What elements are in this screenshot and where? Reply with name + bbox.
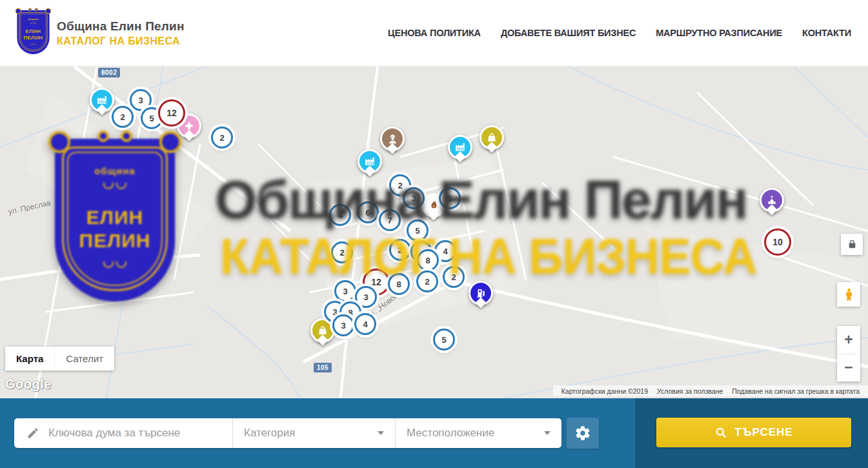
terms-link[interactable]: Условия за ползване bbox=[652, 387, 727, 395]
crest-top-text: община bbox=[28, 17, 39, 21]
site-title: Община Елин Пелин bbox=[57, 19, 185, 34]
municipality-crest-logo: община ЕЛИН ПЕЛИН bbox=[17, 10, 49, 54]
brand-text: Община Елин Пелин КАТАЛОГ НА БИЗНЕСА bbox=[57, 19, 185, 47]
cluster-marker[interactable]: 2 bbox=[331, 241, 353, 263]
location-select[interactable]: Местоположение bbox=[395, 418, 561, 448]
fuel-pump-icon bbox=[475, 287, 487, 299]
site-subtitle: КАТАЛОГ НА БИЗНЕСА bbox=[57, 36, 185, 47]
search-action-panel: ТЪРСЕНЕ bbox=[635, 398, 868, 468]
main-nav: ЦЕНОВА ПОЛИТИКАДОБАВЕТЕ ВАШИЯТ БИЗНЕСМАР… bbox=[388, 28, 851, 38]
nav-link-3[interactable]: МАРШРУТНО РАЗПИСАНИЕ bbox=[656, 28, 782, 38]
search-filters: Категория Местоположение bbox=[14, 418, 561, 448]
site-logo[interactable]: община ЕЛИН ПЕЛИН bbox=[14, 6, 49, 59]
map-tab[interactable]: Карта bbox=[5, 347, 54, 371]
cluster-marker[interactable]: 7 bbox=[379, 209, 401, 231]
cluster-marker[interactable]: 2 bbox=[112, 106, 134, 128]
chevron-down-icon bbox=[544, 431, 550, 435]
crest-ornament bbox=[35, 8, 38, 11]
report-error-link[interactable]: Подаване на сигнал за грешка в картата bbox=[727, 387, 864, 395]
shopping-bag-pin-marker[interactable] bbox=[479, 125, 504, 150]
cluster-marker[interactable]: 3 bbox=[334, 280, 356, 302]
crest-ornament bbox=[28, 8, 32, 11]
cluster-marker[interactable]: 2 bbox=[211, 127, 233, 148]
nav-link-2[interactable]: ДОБАВЕТЕ ВАШИЯТ БИЗНЕС bbox=[501, 28, 636, 38]
factory-icon bbox=[454, 141, 466, 153]
cluster-marker[interactable]: 5 bbox=[433, 329, 455, 351]
keyword-field[interactable] bbox=[14, 418, 232, 448]
search-icon bbox=[714, 426, 727, 439]
cluster-marker[interactable]: 2 bbox=[416, 270, 438, 292]
cluster-marker[interactable]: 6 bbox=[357, 201, 379, 223]
shopping-bag-icon bbox=[486, 132, 498, 143]
advanced-settings-button[interactable] bbox=[567, 418, 599, 449]
worker-pin-marker[interactable] bbox=[380, 127, 405, 151]
category-select[interactable]: Категория bbox=[232, 418, 395, 448]
category-select-label: Категория bbox=[244, 427, 295, 440]
chevron-down-icon bbox=[378, 431, 384, 435]
map-canvas[interactable]: ул. Преславбул. „Новосел 8002105 3251222… bbox=[0, 66, 868, 398]
zoom-in-button[interactable]: + bbox=[837, 326, 860, 354]
cluster-marker[interactable]: 10 bbox=[764, 229, 791, 256]
cluster-marker[interactable]: 2 bbox=[389, 239, 411, 261]
nav-link-4[interactable]: КОНТАКТИ bbox=[802, 28, 851, 38]
cluster-marker[interactable]: 8 bbox=[388, 273, 410, 295]
crest-name-line2: ПЕЛИН bbox=[24, 35, 43, 41]
pencil-icon bbox=[26, 427, 39, 440]
zoom-out-button[interactable]: − bbox=[837, 354, 860, 382]
fuel-pump-pin-marker[interactable] bbox=[469, 281, 493, 305]
factory-icon bbox=[364, 156, 376, 167]
medical-cross-icon bbox=[183, 120, 195, 132]
cluster-marker[interactable]: 2 bbox=[443, 266, 465, 288]
factory-pin-marker[interactable] bbox=[448, 135, 472, 159]
location-select-label: Местоположение bbox=[407, 427, 494, 440]
church-icon bbox=[766, 194, 778, 206]
cluster-marker[interactable]: 5 bbox=[439, 187, 461, 209]
zoom-control: + − bbox=[837, 326, 860, 382]
nav-link-1[interactable]: ЦЕНОВА ПОЛИТИКА bbox=[388, 28, 481, 38]
map-attribution: Картографски данни ©2019 Условия за полз… bbox=[553, 385, 868, 396]
cluster-marker[interactable]: 4 bbox=[354, 313, 376, 335]
search-bar: Категория Местоположение ТЪРСЕНЕ bbox=[0, 398, 868, 468]
header: община ЕЛИН ПЕЛИН Община Елин Пелин КАТА… bbox=[0, 0, 868, 66]
map-copyright: Картографски данни ©2019 bbox=[557, 387, 652, 395]
google-logo[interactable]: Google bbox=[5, 377, 52, 392]
crest-name-line1: ЕЛИН bbox=[26, 28, 41, 35]
pegman-icon bbox=[842, 287, 856, 302]
shopping-bag-icon bbox=[317, 325, 328, 336]
map-type-control: Карта Сателит bbox=[5, 347, 114, 371]
cluster-marker[interactable]: 8 bbox=[417, 249, 439, 271]
church-pin-marker[interactable] bbox=[760, 188, 784, 212]
cluster-marker[interactable]: 12 bbox=[158, 99, 185, 127]
factory-pin-marker[interactable] bbox=[358, 149, 382, 174]
lock-icon bbox=[847, 239, 858, 250]
lock-control-button[interactable] bbox=[841, 234, 863, 255]
satellite-tab[interactable]: Сателит bbox=[54, 347, 114, 371]
road-number-badge: 8002 bbox=[98, 68, 120, 77]
cluster-marker[interactable]: 5 bbox=[407, 219, 429, 241]
search-button[interactable]: ТЪРСЕНЕ bbox=[656, 418, 851, 447]
page: община ЕЛИН ПЕЛИН Община Елин Пелин КАТА… bbox=[0, 0, 868, 468]
street-view-pegman-button[interactable] bbox=[837, 282, 860, 307]
cluster-marker[interactable]: 3 bbox=[332, 314, 354, 336]
cluster-marker[interactable]: 3 bbox=[403, 187, 425, 209]
factory-pin-marker[interactable] bbox=[90, 88, 114, 112]
worker-icon bbox=[387, 133, 399, 145]
cluster-marker[interactable]: 4 bbox=[329, 204, 351, 226]
road-number-badge: 105 bbox=[314, 363, 332, 372]
factory-icon bbox=[96, 94, 108, 106]
search-input[interactable] bbox=[48, 427, 197, 440]
flame-icon bbox=[427, 199, 440, 212]
search-button-label: ТЪРСЕНЕ bbox=[734, 426, 792, 439]
gear-icon bbox=[574, 425, 591, 442]
